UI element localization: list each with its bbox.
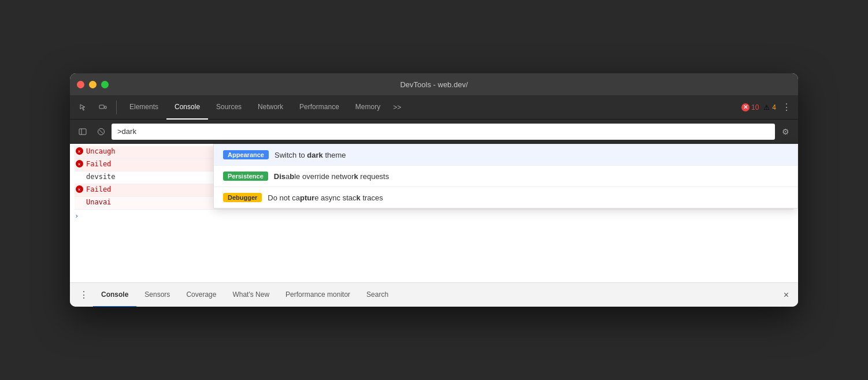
toolbar-menu-button[interactable]: ⋮ (780, 102, 793, 113)
settings-icon[interactable]: ⚙ (777, 124, 793, 140)
console-prompt: › (75, 212, 793, 220)
svg-rect-1 (105, 106, 106, 109)
bottom-tab-whats-new[interactable]: What's New (224, 283, 277, 307)
bottom-tab-coverage[interactable]: Coverage (178, 283, 224, 307)
debugger-badge: Debugger (223, 193, 262, 202)
autocomplete-dropdown: Appearance Switch to dark theme Persiste… (213, 144, 798, 208)
toolbar-right: ✕ 10 ⚠ 4 ⋮ (741, 102, 793, 113)
autocomplete-item-appearance[interactable]: Appearance Switch to dark theme (214, 144, 797, 166)
debugger-desc: Do not capture async stack traces (268, 193, 383, 202)
warning-icon: ⚠ (762, 103, 770, 111)
sidebar-toggle-icon[interactable] (75, 124, 91, 140)
more-tabs-button[interactable]: >> (388, 103, 406, 111)
inspect-element-icon[interactable] (75, 99, 92, 116)
command-input[interactable] (117, 127, 769, 136)
appearance-badge: Appearance (223, 150, 269, 159)
svg-rect-0 (99, 105, 104, 109)
persistence-desc: Disable override network requests (274, 172, 389, 181)
persistence-badge: Persistence (223, 172, 268, 181)
error-icon: ✕ (741, 103, 750, 111)
error-icon: ✕ (75, 147, 84, 155)
error-icon: ✕ (75, 160, 84, 167)
tab-memory[interactable]: Memory (347, 95, 388, 120)
error-badge[interactable]: ✕ 10 (741, 103, 759, 111)
clear-console-icon[interactable] (93, 124, 109, 140)
warning-badge[interactable]: ⚠ 4 (762, 103, 776, 111)
autocomplete-item-debugger[interactable]: Debugger Do not capture async stack trac… (214, 187, 797, 208)
bottom-tab-console[interactable]: Console (93, 283, 136, 307)
tab-console[interactable]: Console (166, 95, 208, 120)
bottom-menu-button[interactable]: ⋮ (75, 289, 93, 300)
bottom-tab-bar: ⋮ Console Sensors Coverage What's New Pe… (70, 282, 798, 307)
main-content: ✕ Uncaugh min.js:1 ✕ Failed user:1 devsi… (70, 144, 798, 282)
bottom-tab-search[interactable]: Search (358, 283, 396, 307)
tab-elements[interactable]: Elements (121, 95, 166, 120)
appearance-desc: Switch to dark theme (275, 151, 346, 159)
bottom-tab-performance-monitor[interactable]: Performance monitor (277, 283, 358, 307)
minimize-button[interactable] (89, 81, 97, 88)
toolbar-tabs: Elements Console Sources Network Perform… (121, 95, 739, 120)
main-toolbar: Elements Console Sources Network Perform… (70, 95, 798, 120)
device-toggle-icon[interactable] (94, 99, 112, 116)
tab-network[interactable]: Network (250, 95, 291, 120)
title-bar: DevTools - web.dev/ (70, 73, 798, 95)
tab-sources[interactable]: Sources (208, 95, 250, 120)
tab-performance[interactable]: Performance (291, 95, 347, 120)
svg-rect-2 (79, 129, 86, 135)
toolbar-divider-1 (116, 100, 117, 114)
bottom-close-button[interactable]: × (779, 290, 793, 300)
close-button[interactable] (77, 81, 84, 88)
autocomplete-item-persistence[interactable]: Persistence Disable override network req… (214, 166, 797, 187)
error-count: 10 (751, 103, 759, 111)
warning-count: 4 (772, 103, 776, 111)
window-title: DevTools - web.dev/ (400, 80, 468, 89)
error-icon: ✕ (75, 185, 84, 193)
maximize-button[interactable] (101, 81, 109, 88)
svg-line-5 (99, 130, 103, 133)
traffic-lights (77, 81, 109, 88)
bottom-tab-sensors[interactable]: Sensors (136, 283, 178, 307)
command-input-wrapper (112, 124, 775, 140)
command-bar: ⚙ (70, 120, 798, 144)
devtools-window: DevTools - web.dev/ Elements Console Sou… (70, 73, 798, 307)
